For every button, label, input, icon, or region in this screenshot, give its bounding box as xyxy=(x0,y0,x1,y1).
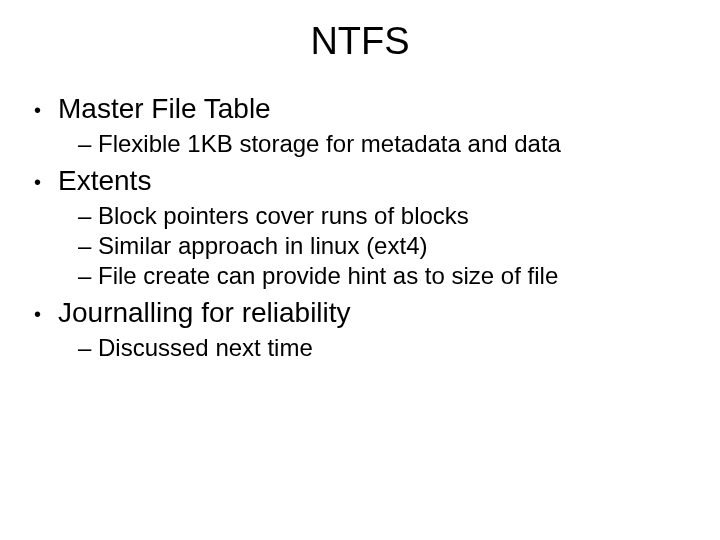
list-item-label: Master File Table xyxy=(58,93,271,125)
sub-list-item-label: File create can provide hint as to size … xyxy=(98,261,558,291)
sub-list-item-label: Similar approach in linux (ext4) xyxy=(98,231,427,261)
sub-list-item-label: Discussed next time xyxy=(98,333,313,363)
slide: NTFS • Master File Table – Flexible 1KB … xyxy=(0,0,720,540)
dash-icon: – xyxy=(78,201,98,231)
sub-list-item: – Discussed next time xyxy=(78,333,686,363)
sub-list-item: – Flexible 1KB storage for metadata and … xyxy=(78,129,686,159)
list-item: • Master File Table xyxy=(34,93,686,127)
list-item: • Extents xyxy=(34,165,686,199)
list-item-label: Journalling for reliability xyxy=(58,297,351,329)
sub-list-item: – Block pointers cover runs of blocks xyxy=(78,201,686,231)
list-item: • Journalling for reliability xyxy=(34,297,686,331)
dash-icon: – xyxy=(78,261,98,291)
sub-list-item-label: Flexible 1KB storage for metadata and da… xyxy=(98,129,561,159)
dash-icon: – xyxy=(78,333,98,363)
slide-title: NTFS xyxy=(0,0,720,87)
list-item-label: Extents xyxy=(58,165,151,197)
dash-icon: – xyxy=(78,129,98,159)
bullet-icon: • xyxy=(34,93,58,127)
sub-list-item-label: Block pointers cover runs of blocks xyxy=(98,201,469,231)
slide-content: • Master File Table – Flexible 1KB stora… xyxy=(0,93,720,363)
bullet-icon: • xyxy=(34,297,58,331)
sub-list-item: – Similar approach in linux (ext4) xyxy=(78,231,686,261)
dash-icon: – xyxy=(78,231,98,261)
sub-list-item: – File create can provide hint as to siz… xyxy=(78,261,686,291)
bullet-icon: • xyxy=(34,165,58,199)
